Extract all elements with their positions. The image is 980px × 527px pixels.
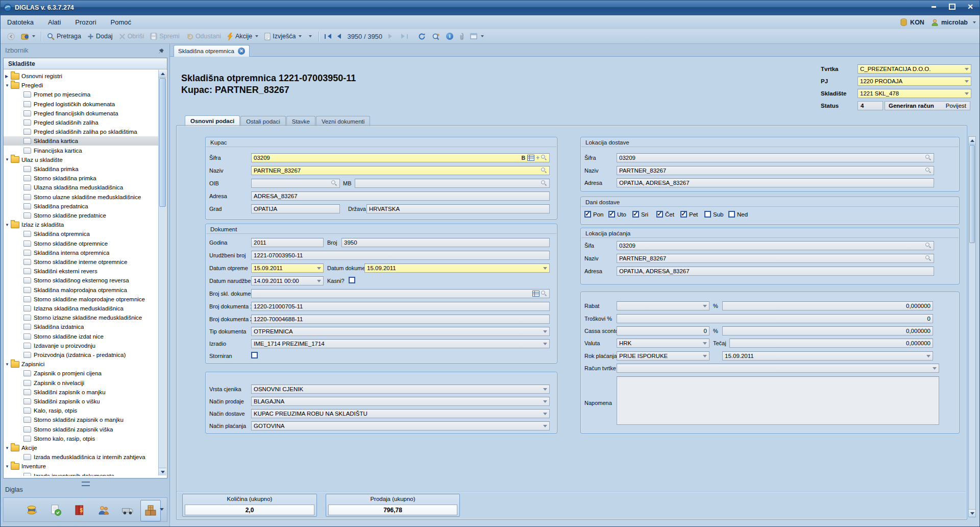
chevron-down-icon[interactable]: ▼ [5, 464, 11, 469]
vehicles-icon[interactable] [120, 503, 135, 517]
tree-item[interactable]: Skladišna predatnica [4, 202, 159, 211]
tree-item[interactable]: Storno skladišna primka [4, 174, 159, 183]
chevron-down-icon[interactable] [481, 35, 484, 37]
plus-icon[interactable]: + [536, 154, 540, 161]
scroll-down-arrow-icon[interactable] [969, 509, 975, 517]
finance-books-icon[interactable]: $ [72, 503, 87, 517]
kasni-checkbox[interactable] [349, 277, 355, 283]
tree-item[interactable]: ▼Pregledi [4, 81, 159, 90]
kupac-sifra-input[interactable]: 03209 B + [251, 153, 550, 162]
day-checkbox-pet[interactable] [680, 211, 687, 218]
godina-input[interactable]: 2011 [251, 238, 324, 247]
urudzbeni-input[interactable]: 1221-07003950-11 [251, 251, 550, 260]
tree-item[interactable]: Izdavanje u proizvodnju [4, 341, 159, 350]
chevron-down-icon[interactable]: ▼ [5, 157, 11, 162]
nacin-dostave-select[interactable]: KUPAC PREUZIMA ROBU NA SKLADIŠTU [251, 409, 550, 418]
tree-scrollbar-thumb[interactable] [159, 78, 166, 207]
kupac-naziv-input[interactable]: PARTNER_83267 [251, 166, 550, 175]
troskovi-input[interactable]: 0 [617, 314, 933, 323]
vrsta-cjenika-select[interactable]: OSNOVNI CJENIK [251, 385, 550, 394]
valuta-select[interactable]: HRK [617, 339, 709, 348]
nav-last-button[interactable] [398, 33, 411, 40]
tree-item[interactable]: Izrada međuskladišnica iz internih zahtj… [4, 452, 159, 462]
lp-adresa-input[interactable]: OPATIJA, ADRESA_83267 [617, 267, 934, 276]
izradio-select[interactable]: IME_1714 PREZIME_1714 [251, 339, 550, 348]
chevron-down-icon[interactable]: ▼ [5, 83, 11, 88]
search-button[interactable]: Pretraga [44, 32, 84, 41]
tab-osnovni-podaci[interactable]: Osnovni podaci [185, 115, 240, 126]
datum-dokumenta-select[interactable]: 15.09.2011 [364, 264, 550, 273]
b-badge[interactable]: B [521, 155, 525, 161]
tree-item[interactable]: Storno skladišne maloprodajne otpremnice [4, 295, 159, 304]
tree-item[interactable]: Skladišni eksterni revers [4, 267, 159, 276]
user-menu-chevron-icon[interactable] [973, 21, 976, 23]
tip-select[interactable]: OTPREMNICA [251, 327, 550, 336]
tree-item[interactable]: Skladišni zapisnik o manjku [4, 388, 159, 397]
refresh-button[interactable] [415, 32, 429, 41]
tree-item[interactable]: Skladišna kartica [4, 136, 159, 146]
search-icon[interactable] [925, 155, 932, 161]
datum-otpreme-select[interactable]: 15.09.2011 [251, 264, 324, 273]
tree-item[interactable]: Skladišna maloprodajna otpremnica [4, 285, 159, 295]
company-select[interactable]: C_PREZENTACIJA D.O.O. [857, 64, 971, 74]
tree-item[interactable]: ▶Osnovni registri [4, 71, 159, 81]
pin-icon[interactable] [158, 47, 164, 56]
broj-dok2-input[interactable]: 1220-70004688-11 [251, 315, 550, 324]
search-icon[interactable] [925, 167, 932, 174]
tree-item[interactable]: ▼Izlaz iz skladišta [4, 220, 159, 229]
help-button[interactable] [18, 32, 38, 41]
tecaj-input[interactable]: 0,000000 [729, 339, 933, 348]
tree-item[interactable]: Pregled skladišnih zaliha po skladištima [4, 127, 159, 136]
day-checkbox-pon[interactable] [584, 211, 591, 218]
database-badge[interactable]: KON [910, 19, 924, 26]
info-button[interactable] [443, 32, 456, 41]
tree-item[interactable]: ▼Zapisnici [4, 360, 159, 369]
scroll-down-arrow-icon[interactable] [159, 468, 166, 475]
tree-scrollbar[interactable] [158, 70, 166, 475]
attachment-button[interactable] [456, 32, 467, 41]
zoom-edit-button[interactable] [429, 32, 443, 41]
tree-item[interactable]: Pregled logističkih dokumenata [4, 100, 159, 109]
day-checkbox-čet[interactable] [656, 211, 663, 218]
warehouse-icon[interactable] [140, 500, 161, 521]
kupac-adresa-input[interactable]: ADRESA_83267 [251, 191, 550, 201]
toolbar-overflow-chevron-icon[interactable] [309, 35, 312, 37]
partners-icon[interactable] [96, 503, 111, 517]
chevron-down-icon[interactable] [299, 35, 302, 37]
cassa-input[interactable]: 0 [617, 326, 709, 336]
tab-ostali-podaci[interactable]: Ostali podaci [240, 116, 285, 126]
history-link[interactable]: Povijest [946, 103, 966, 109]
export-button[interactable] [467, 32, 487, 41]
tree-item[interactable]: Skladišna primka [4, 164, 159, 174]
maximize-button[interactable] [946, 3, 958, 11]
kupac-oib-input[interactable] [251, 179, 340, 188]
storniran-checkbox[interactable] [251, 352, 258, 358]
tree-item[interactable]: ▼Ulaz u skladište [4, 155, 159, 164]
save-button[interactable]: Spremi [147, 32, 183, 41]
scroll-up-arrow-icon[interactable] [159, 70, 166, 78]
broj-skl-input[interactable] [251, 289, 550, 298]
nacin-prodaje-select[interactable]: BLAGAJNA [251, 397, 550, 406]
tree-item[interactable]: Storno skladišne predatnice [4, 211, 159, 220]
broj-dok1-input[interactable]: 1220-21000705-11 [251, 302, 550, 311]
tree-item[interactable]: Storno kalo, rasip, otpis [4, 434, 159, 443]
nacin-placanja-select[interactable]: GOTOVINA [251, 421, 550, 430]
lp-sifra-input[interactable]: 03209 [617, 241, 934, 250]
menu-item-alati[interactable]: Alati [41, 15, 68, 29]
tree-item[interactable]: Skladišna interna otpremnica [4, 248, 159, 257]
tree-item[interactable]: Storno skladišni zapisnik o manjku [4, 415, 159, 424]
tree-item[interactable]: Promet po mjesecima [4, 90, 159, 99]
menu-item-datoteka[interactable]: Datoteka [0, 15, 41, 29]
tree-item[interactable]: Pregled financijskih dokumenata [4, 109, 159, 118]
tree-item[interactable]: Ulazna skladišna međuskladišnica [4, 183, 159, 192]
tree-item[interactable]: Storno skladišne otpremnice [4, 239, 159, 248]
pj-select[interactable]: 1220 PRODAJA [857, 77, 971, 86]
lookup-grid-icon[interactable] [527, 155, 534, 161]
minimize-button[interactable] [928, 3, 939, 11]
reports-button[interactable]: Izvješća [261, 32, 305, 41]
window-titlebar[interactable]: DIGLAS v. 6.3.7.274 ✕ [0, 0, 980, 15]
tree-item[interactable]: Storno skladišne interne otpremnice [4, 257, 159, 267]
lp-naziv-input[interactable]: PARTNER_83267 [617, 254, 934, 263]
tree-item[interactable]: Skladišna izdatnica [4, 322, 159, 331]
tree-item[interactable]: Izrada inventurnih dokumenata [4, 471, 159, 476]
